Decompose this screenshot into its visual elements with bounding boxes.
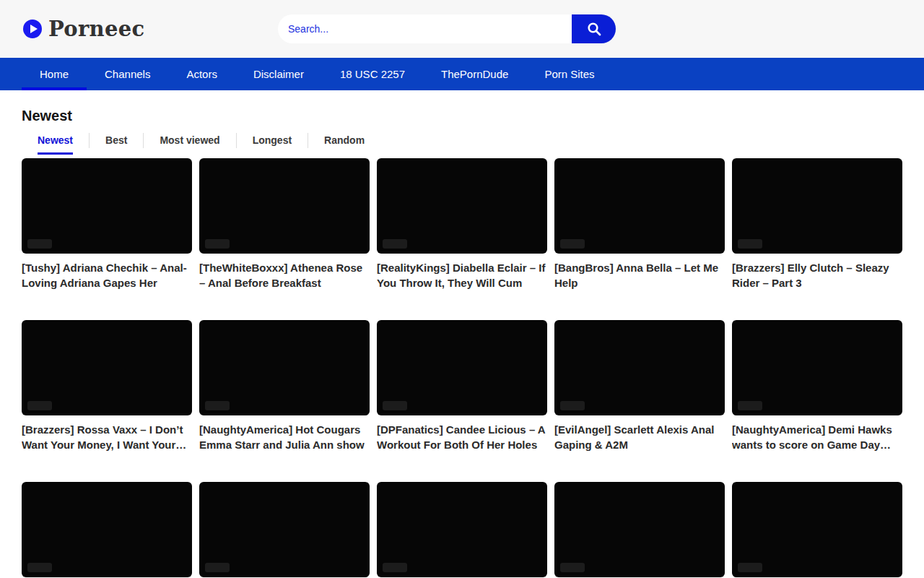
video-card: [EvilAngel] Scarlett Alexis Anal Gaping … xyxy=(554,320,725,452)
duration-badge xyxy=(738,401,762,410)
video-thumbnail[interactable] xyxy=(732,158,902,254)
duration-badge xyxy=(205,401,230,410)
video-thumbnail[interactable] xyxy=(199,482,370,577)
sort-tabs: Newest Best Most viewed Longest Random xyxy=(22,133,902,148)
search-form xyxy=(278,14,616,43)
video-thumbnail[interactable] xyxy=(554,482,725,577)
tab-label: Random xyxy=(324,133,365,155)
video-thumbnail[interactable] xyxy=(22,482,192,577)
brand-logo[interactable]: Porneec xyxy=(23,17,144,41)
nav-item-porn-sites[interactable]: Porn Sites xyxy=(526,58,612,90)
nav-item-disclaimer[interactable]: Disclaimer xyxy=(235,58,322,90)
duration-badge xyxy=(383,239,407,249)
tab-most-viewed[interactable]: Most viewed xyxy=(144,133,236,148)
video-thumbnail[interactable] xyxy=(22,320,192,415)
video-title[interactable]: [Brazzers] Elly Clutch – Sleazy Rider – … xyxy=(732,260,902,290)
tab-label: Best xyxy=(105,133,127,155)
video-card: [Brazzers] Rossa Vaxx – I Don’t Want You… xyxy=(22,320,192,452)
search-input[interactable] xyxy=(278,14,572,43)
play-icon xyxy=(23,20,42,38)
video-title[interactable]: [Tushy] Adriana Chechik – Anal-Loving Ad… xyxy=(22,260,192,290)
duration-badge xyxy=(27,563,52,572)
brand-name: Porneec xyxy=(48,17,144,41)
video-title[interactable]: [RealityKings] Diabella Eclair – If You … xyxy=(377,260,547,290)
duration-badge xyxy=(27,401,52,410)
video-card: [NaughtyAmerica] Demi Hawks wants to sco… xyxy=(732,320,902,452)
video-card: [DPFanatics] Candee Licious – A Workout … xyxy=(377,320,547,452)
main-content: Newest Newest Best Most viewed Longest R… xyxy=(0,90,924,578)
video-title[interactable]: [NaughtyAmerica] Hot Cougars Emma Starr … xyxy=(199,422,370,452)
nav-item-channels[interactable]: Channels xyxy=(87,58,168,90)
video-thumbnail[interactable] xyxy=(377,482,547,577)
video-card: [Tushy] Adriana Chechik – Anal-Loving Ad… xyxy=(22,158,192,290)
duration-badge xyxy=(560,239,585,249)
tab-label: Longest xyxy=(253,133,292,155)
duration-badge xyxy=(560,563,585,572)
duration-badge xyxy=(383,563,407,572)
video-card: [BangBros] Anna Bella – Let Me Help xyxy=(554,158,725,290)
video-card xyxy=(732,482,902,578)
tab-label: Newest xyxy=(38,133,73,155)
nav-item-home[interactable]: Home xyxy=(22,58,87,90)
tab-best[interactable]: Best xyxy=(90,133,144,148)
video-thumbnail[interactable] xyxy=(554,158,725,254)
search-button[interactable] xyxy=(572,14,616,43)
video-card xyxy=(199,482,370,578)
video-card: [TheWhiteBoxxx] Athenea Rose – Anal Befo… xyxy=(199,158,370,290)
video-card: [RealityKings] Diabella Eclair – If You … xyxy=(377,158,547,290)
video-title[interactable]: [NaughtyAmerica] Demi Hawks wants to sco… xyxy=(732,422,902,452)
video-thumbnail[interactable] xyxy=(199,158,370,254)
video-title[interactable]: [BangBros] Anna Bella – Let Me Help xyxy=(554,260,725,290)
video-thumbnail[interactable] xyxy=(554,320,725,415)
nav-item-theporndude[interactable]: ThePornDude xyxy=(423,58,526,90)
duration-badge xyxy=(205,239,230,249)
duration-badge xyxy=(738,239,762,249)
video-thumbnail[interactable] xyxy=(732,482,902,577)
video-thumbnail[interactable] xyxy=(199,320,370,415)
video-card: [NaughtyAmerica] Hot Cougars Emma Starr … xyxy=(199,320,370,452)
nav-item-18-usc-2257[interactable]: 18 USC 2257 xyxy=(322,58,423,90)
tab-longest[interactable]: Longest xyxy=(237,133,308,148)
header: Porneec xyxy=(0,0,924,58)
video-card xyxy=(377,482,547,578)
duration-badge xyxy=(383,401,407,410)
video-card xyxy=(554,482,725,578)
tab-newest[interactable]: Newest xyxy=(22,133,90,148)
video-title[interactable]: [Brazzers] Rossa Vaxx – I Don’t Want You… xyxy=(22,422,192,452)
video-title[interactable]: [TheWhiteBoxxx] Athenea Rose – Anal Befo… xyxy=(199,260,370,290)
video-title[interactable]: [DPFanatics] Candee Licious – A Workout … xyxy=(377,422,547,452)
tab-label: Most viewed xyxy=(160,133,219,155)
video-thumbnail[interactable] xyxy=(377,158,547,254)
video-card: [Brazzers] Elly Clutch – Sleazy Rider – … xyxy=(732,158,902,290)
duration-badge xyxy=(560,401,585,410)
duration-badge xyxy=(738,563,762,572)
duration-badge xyxy=(27,239,52,249)
nav-item-actors[interactable]: Actors xyxy=(168,58,235,90)
search-icon xyxy=(586,21,602,37)
video-thumbnail[interactable] xyxy=(377,320,547,415)
video-grid: [Tushy] Adriana Chechik – Anal-Loving Ad… xyxy=(22,158,902,578)
video-thumbnail[interactable] xyxy=(22,158,192,254)
video-card xyxy=(22,482,192,578)
duration-badge xyxy=(205,563,230,572)
video-title[interactable]: [EvilAngel] Scarlett Alexis Anal Gaping … xyxy=(554,422,725,452)
video-thumbnail[interactable] xyxy=(732,320,902,415)
main-nav: Home Channels Actors Disclaimer 18 USC 2… xyxy=(0,58,924,90)
page-title: Newest xyxy=(22,108,902,124)
tab-random[interactable]: Random xyxy=(308,133,380,148)
